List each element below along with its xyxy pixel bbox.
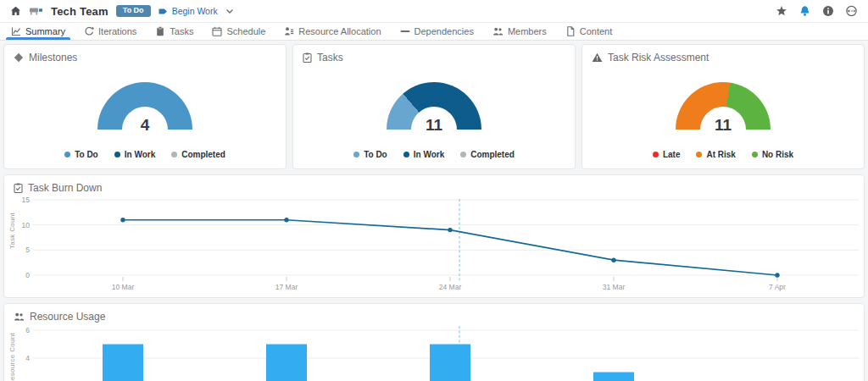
legend-dot <box>114 152 120 157</box>
info-button[interactable] <box>822 5 834 17</box>
svg-text:5: 5 <box>25 246 30 254</box>
svg-text:0: 0 <box>25 271 30 279</box>
legend-label: In Work <box>125 150 155 159</box>
top-bar: Tech Team To Do Begin Work <box>0 0 868 23</box>
legend-dot <box>653 152 659 157</box>
home-button[interactable] <box>10 6 21 16</box>
card-title: Task Burn Down <box>28 182 102 194</box>
resize-button[interactable] <box>845 5 858 17</box>
legend-dot <box>696 152 702 157</box>
tab-resource-allocation[interactable]: Resource Allocation <box>275 23 390 40</box>
schedule-calendar-icon <box>212 26 222 36</box>
tasks-clipboard-icon <box>155 26 165 36</box>
resource-usage-card: Resource Usage Resource Count 46 <box>3 303 865 381</box>
summary-chart-icon <box>11 26 21 36</box>
gauge-value: 4 <box>97 116 192 135</box>
tab-label: Tasks <box>170 26 193 36</box>
resource-usage-bar-chart: 46 <box>8 324 865 381</box>
dependencies-icon <box>400 26 410 36</box>
legend-label: Completed <box>181 150 225 159</box>
svg-text:15: 15 <box>22 196 31 204</box>
tasks-card: Tasks 11 To Do In Work Completed <box>292 44 576 169</box>
warning-triangle-icon <box>592 52 603 63</box>
tab-summary[interactable]: Summary <box>2 23 75 40</box>
svg-text:17 Mar: 17 Mar <box>275 283 298 291</box>
resource-allocation-icon <box>284 26 294 36</box>
legend-dot <box>171 152 177 157</box>
tab-bar: Summary Iterations Tasks Schedule Resour… <box>0 23 868 41</box>
legend: To Do In Work Completed <box>4 150 286 159</box>
people-icon <box>14 312 25 322</box>
page-title: Tech Team <box>51 5 108 18</box>
legend-dot <box>64 152 70 157</box>
legend-dot <box>353 152 359 157</box>
tab-dependencies[interactable]: Dependencies <box>391 23 483 40</box>
legend-label: To Do <box>75 150 98 159</box>
clipboard-check-icon <box>303 52 312 63</box>
iterations-icon <box>84 26 94 36</box>
task-risk-card: Task Risk Assessment 11 Late At Risk No … <box>581 44 865 169</box>
legend: To Do In Work Completed <box>293 150 575 159</box>
legend-item[interactable]: To Do <box>353 150 387 159</box>
burn-down-line-chart: 05101510 Mar17 Mar24 Mar31 Mar7 Apr <box>8 196 865 299</box>
svg-text:4: 4 <box>25 354 30 362</box>
card-title: Tasks <box>317 52 343 64</box>
gauge-arc: 11 <box>676 82 771 130</box>
favorite-button[interactable] <box>776 5 787 17</box>
clipboard-check-icon <box>14 183 23 193</box>
kpi-card-row: Milestones 4 To Do In Work Completed Tas… <box>3 44 865 169</box>
svg-text:31 Mar: 31 Mar <box>603 283 626 291</box>
milestone-diamond-icon <box>14 52 24 63</box>
gauge-value: 11 <box>387 116 481 135</box>
tab-label: Schedule <box>226 26 265 36</box>
tab-content[interactable]: Content <box>556 23 622 40</box>
legend-item[interactable]: At Risk <box>696 150 735 159</box>
legend-item[interactable]: In Work <box>114 150 155 159</box>
tab-tasks[interactable]: Tasks <box>146 23 203 40</box>
legend-item[interactable]: Completed <box>171 150 225 159</box>
svg-text:6: 6 <box>25 326 30 334</box>
task-burn-down-card: Task Burn Down Task Count 05101510 Mar17… <box>3 174 865 298</box>
home-icon <box>10 6 21 16</box>
legend-label: Late <box>663 150 681 159</box>
legend-item[interactable]: Late <box>653 150 681 159</box>
content-document-icon <box>565 26 576 36</box>
card-title: Resource Usage <box>30 311 105 323</box>
legend-label: Completed <box>470 150 515 159</box>
tab-label: Dependencies <box>415 26 474 36</box>
tab-label: Content <box>580 26 613 36</box>
notifications-bell-icon <box>798 5 811 17</box>
tab-members[interactable]: Members <box>483 23 556 40</box>
legend-label: In Work <box>414 150 444 159</box>
begin-work-button[interactable]: Begin Work <box>159 6 218 16</box>
notifications-button[interactable] <box>798 5 811 17</box>
card-title: Milestones <box>29 52 77 64</box>
gauge-value: 11 <box>676 116 771 135</box>
gauge-arc: 11 <box>387 82 481 130</box>
svg-text:24 Mar: 24 Mar <box>439 283 462 291</box>
svg-text:7 Apr: 7 Apr <box>769 283 786 291</box>
svg-text:10: 10 <box>22 221 31 229</box>
status-dropdown-button[interactable] <box>225 8 234 14</box>
info-icon <box>822 5 834 17</box>
legend-label: To Do <box>364 150 387 159</box>
legend-item[interactable]: Completed <box>460 150 515 159</box>
resize-icon <box>845 5 858 17</box>
legend: Late At Risk No Risk <box>582 150 864 159</box>
legend-label: No Risk <box>762 150 793 159</box>
chevron-down-icon <box>225 8 234 14</box>
favorite-star-icon <box>776 5 787 17</box>
svg-text:10 Mar: 10 Mar <box>112 283 135 291</box>
tab-schedule[interactable]: Schedule <box>203 23 275 40</box>
legend-dot <box>460 152 466 157</box>
tasks-gauge: 11 <box>293 82 575 130</box>
card-title: Task Risk Assessment <box>608 52 709 64</box>
tab-iterations[interactable]: Iterations <box>75 23 146 40</box>
begin-work-label: Begin Work <box>172 6 218 16</box>
legend-label: At Risk <box>706 150 735 159</box>
members-icon <box>492 26 504 36</box>
legend-item[interactable]: In Work <box>403 150 444 159</box>
legend-item[interactable]: No Risk <box>752 150 793 159</box>
risk-gauge: 11 <box>582 82 864 130</box>
legend-item[interactable]: To Do <box>64 150 98 159</box>
